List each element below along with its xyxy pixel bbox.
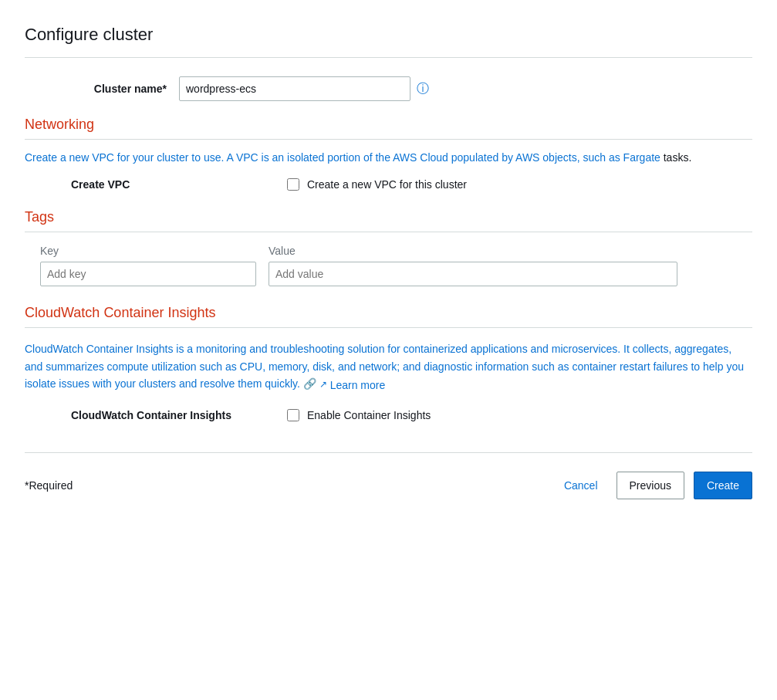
- cloudwatch-description: CloudWatch Container Insights is a monit…: [25, 340, 752, 394]
- page-title: Configure cluster: [25, 25, 752, 45]
- cluster-name-input[interactable]: [179, 76, 410, 101]
- tag-value-input[interactable]: [269, 262, 677, 286]
- cloudwatch-divider: [25, 327, 752, 328]
- networking-desc-part3: tasks.: [660, 151, 691, 164]
- footer-divider: [25, 452, 752, 453]
- networking-desc-part1: Create a new VPC for your cluster to use…: [25, 151, 623, 164]
- cluster-name-row: Cluster name* ⓘ: [25, 76, 752, 101]
- footer-buttons: Cancel Previous Create: [555, 472, 752, 499]
- tag-value-label: Value: [269, 245, 677, 257]
- learn-more-text: Learn more: [330, 377, 386, 394]
- footer-row: *Required Cancel Previous Create: [25, 472, 752, 499]
- networking-title: Networking: [25, 117, 752, 133]
- create-vpc-text: Create a new VPC for this cluster: [307, 178, 467, 191]
- cloudwatch-title: CloudWatch Container Insights: [25, 305, 752, 321]
- footer-area: *Required Cancel Previous Create: [25, 452, 752, 499]
- tags-divider: [25, 232, 752, 232]
- cluster-name-label: Cluster name*: [25, 83, 179, 95]
- cluster-name-info-icon[interactable]: ⓘ: [417, 81, 429, 97]
- required-text: *Required: [25, 479, 73, 492]
- create-button[interactable]: Create: [694, 472, 752, 499]
- create-vpc-label: Create VPC: [71, 178, 287, 191]
- previous-button[interactable]: Previous: [617, 472, 684, 499]
- enable-insights-text: Enable Container Insights: [307, 409, 431, 421]
- enable-insights-checkbox[interactable]: [287, 409, 299, 421]
- title-divider: [25, 57, 752, 58]
- tags-columns: Key Value: [25, 245, 752, 286]
- tags-section: Tags Key Value: [25, 209, 752, 286]
- networking-description: Create a new VPC for your cluster to use…: [25, 149, 752, 166]
- tag-key-label: Key: [40, 245, 256, 257]
- tag-key-col: Key: [40, 245, 256, 286]
- create-vpc-checkbox[interactable]: [287, 178, 299, 191]
- cloudwatch-section: CloudWatch Container Insights CloudWatch…: [25, 305, 752, 421]
- enable-insights-row: CloudWatch Container Insights Enable Con…: [25, 409, 752, 421]
- networking-section: Networking Create a new VPC for your clu…: [25, 117, 752, 191]
- tag-key-input[interactable]: [40, 262, 256, 286]
- cancel-button[interactable]: Cancel: [555, 473, 607, 498]
- cloudwatch-insights-label: CloudWatch Container Insights: [71, 409, 287, 421]
- fargate-link: Fargate: [623, 151, 660, 164]
- learn-more-icon: 🔗: [303, 377, 316, 390]
- tags-title: Tags: [25, 209, 752, 225]
- networking-divider: [25, 139, 752, 140]
- create-vpc-row: Create VPC Create a new VPC for this clu…: [25, 178, 752, 191]
- external-link-icon: ↗: [319, 377, 327, 392]
- learn-more-link[interactable]: ↗ Learn more: [319, 377, 386, 394]
- tag-value-col: Value: [269, 245, 677, 286]
